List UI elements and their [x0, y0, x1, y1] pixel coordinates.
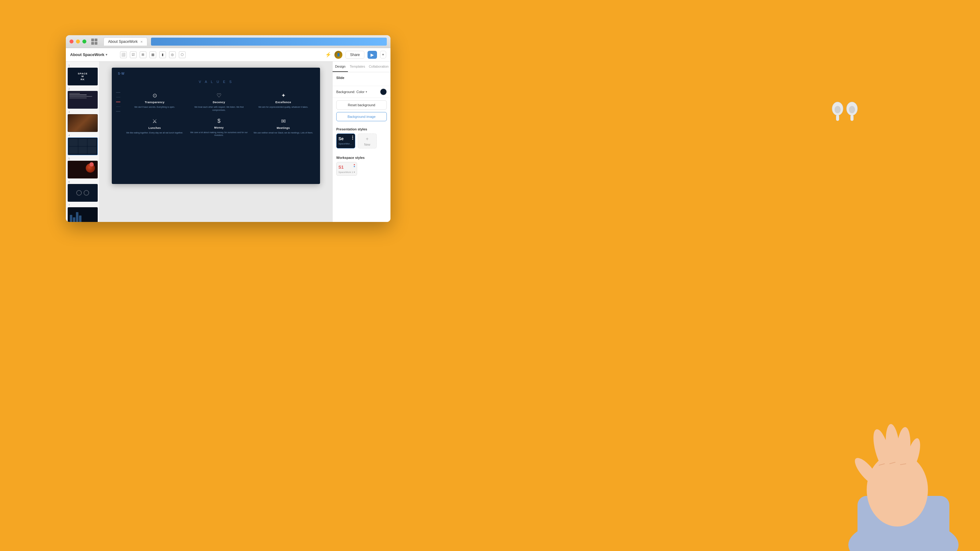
style-name: SpaceWork....: [339, 142, 353, 145]
play-button[interactable]: ▶: [368, 51, 377, 59]
money-icon: $: [218, 118, 221, 124]
excellence-icon: ✦: [281, 92, 286, 99]
window-grid-icon[interactable]: [91, 38, 97, 45]
workspace-styles-section: Workspace styles S1 SpaceWork 1 ▾: [332, 152, 390, 179]
bg-dropdown-icon[interactable]: ▾: [366, 90, 367, 94]
minimize-button[interactable]: [76, 40, 80, 43]
money-desc: We care a lot about making money, for ou…: [188, 131, 250, 137]
lunches-desc: We like eating together. Every day we al…: [126, 131, 183, 134]
slide-item[interactable]: 1 SPACEWRK: [68, 64, 97, 86]
tab-close-icon[interactable]: ✕: [140, 40, 143, 43]
frame-icon[interactable]: ⬜: [120, 51, 127, 58]
style-cards: Se SpaceWork.... + New: [336, 133, 387, 148]
lightning-icon[interactable]: ⚡: [325, 52, 331, 57]
svg-point-5: [895, 426, 912, 470]
decency-icon: ♡: [216, 92, 221, 99]
slide-section-lines: [116, 92, 120, 112]
table-icon[interactable]: ▦: [150, 51, 156, 58]
content-area: 1 SPACEWRK 2 3: [66, 62, 390, 222]
lunches-name: Lunches: [148, 126, 161, 130]
slide-item[interactable]: 5: [68, 157, 97, 178]
new-style-label: New: [364, 143, 370, 146]
transparency-desc: We don't have secrets. Everything is ope…: [134, 106, 175, 109]
maximize-button[interactable]: [83, 40, 86, 43]
lunches-icon: ⚔: [152, 118, 157, 125]
slide-item[interactable]: 2: [68, 87, 97, 109]
svg-point-13: [846, 102, 858, 115]
slide-main-area: S·W V A L U E S ⊙ Transparency We don't …: [100, 62, 332, 222]
slide-item[interactable]: 3: [68, 111, 97, 132]
slide-thumb-6[interactable]: [68, 184, 98, 202]
section-line: [116, 92, 120, 93]
tab-design[interactable]: Design: [332, 62, 348, 72]
reset-background-button[interactable]: Reset background: [336, 100, 387, 110]
value-item-transparency: ⊙ Transparency We don't have secrets. Ev…: [124, 92, 185, 112]
title-dropdown-icon[interactable]: ▾: [106, 53, 107, 56]
ws-chevron-icon: ▾: [354, 171, 355, 173]
circle-icon[interactable]: ◎: [169, 51, 176, 58]
excellence-name: Excellence: [275, 101, 291, 104]
bg-color-label: Background:: [336, 90, 355, 94]
svg-line-9: [890, 462, 895, 464]
right-panel: Design Templates Collaboration Slide Bac…: [332, 62, 390, 222]
meetings-name: Meetings: [277, 126, 290, 130]
excellence-desc: We aim for unprecedented quality, whatev…: [258, 106, 308, 109]
share-button[interactable]: Share: [345, 51, 364, 59]
workspace-styles-label: Workspace styles: [336, 156, 387, 159]
decency-name: Decency: [213, 101, 225, 104]
slide-thumb-2[interactable]: [68, 91, 98, 109]
value-item-lunches: ⚔ Lunches We like eating together. Every…: [124, 118, 185, 137]
presentation-styles-section: Presentation styles Se SpaceWork.... +: [332, 124, 390, 152]
svg-point-12: [835, 106, 841, 113]
svg-point-4: [884, 423, 902, 470]
right-tab-bar: Design Templates Collaboration: [332, 62, 390, 72]
slide-thumb-3[interactable]: [68, 114, 98, 132]
grid-icon[interactable]: ⊞: [140, 51, 146, 58]
toolbar-dropdown-button[interactable]: ▾: [380, 51, 386, 59]
svg-point-0: [848, 520, 959, 551]
presentation-title[interactable]: About SpaceWork ▾: [70, 52, 107, 57]
section-line: [116, 106, 120, 107]
tab-collaboration[interactable]: Collaboration: [367, 62, 390, 72]
slide-thumb-5[interactable]: [68, 161, 98, 178]
background-image-button[interactable]: Background image: [336, 112, 387, 121]
svg-point-2: [867, 453, 928, 527]
workspace-style-card[interactable]: S1 SpaceWork 1 ▾: [336, 162, 357, 176]
new-style-card[interactable]: + New: [358, 133, 377, 148]
svg-point-11: [832, 102, 843, 115]
svg-rect-15: [836, 115, 839, 121]
traffic-lights: [70, 40, 86, 43]
svg-point-7: [851, 454, 882, 488]
active-tab[interactable]: About SpaceWork ✕: [103, 37, 147, 46]
bg-type-label: Color: [356, 90, 364, 94]
slide-thumb-1[interactable]: SPACEWRK: [68, 68, 98, 86]
value-item-meetings: ✉ Meetings We use neither email nor Slac…: [253, 118, 314, 137]
svg-line-8: [879, 464, 885, 465]
transparency-icon: ⊙: [153, 92, 157, 99]
section-line: [116, 111, 120, 112]
slide-item[interactable]: 7: [68, 203, 97, 222]
transparency-name: Transparency: [145, 101, 165, 104]
slide-thumb-7[interactable]: [68, 207, 98, 222]
color-swatch[interactable]: [380, 89, 387, 95]
slide-item[interactable]: 4: [68, 134, 97, 155]
slide-thumb-4[interactable]: [68, 137, 98, 155]
tab-templates[interactable]: Templates: [348, 62, 367, 72]
slide-panel: 1 SPACEWRK 2 3: [66, 62, 100, 222]
avatar: 👤: [334, 51, 342, 59]
close-button[interactable]: [70, 40, 73, 43]
slide-badge: [89, 162, 94, 167]
style-card-spacework[interactable]: Se SpaceWork....: [336, 133, 355, 148]
toolbar-right: ⚡ 👤 Share ▶ ▾: [325, 51, 386, 59]
comment-icon[interactable]: ⬡: [179, 51, 186, 58]
title-bar: About SpaceWork ✕: [66, 35, 390, 48]
slide-item[interactable]: 6: [68, 180, 97, 202]
check-icon[interactable]: ☑: [130, 51, 137, 58]
chart-icon[interactable]: ▮: [159, 51, 166, 58]
svg-point-6: [904, 437, 923, 472]
address-bar: [151, 38, 387, 46]
slide-canvas[interactable]: S·W V A L U E S ⊙ Transparency We don't …: [112, 68, 320, 184]
money-name: Money: [214, 126, 224, 129]
style-dots: [352, 136, 353, 140]
decency-desc: We treat each other with respect. We lis…: [188, 106, 250, 112]
